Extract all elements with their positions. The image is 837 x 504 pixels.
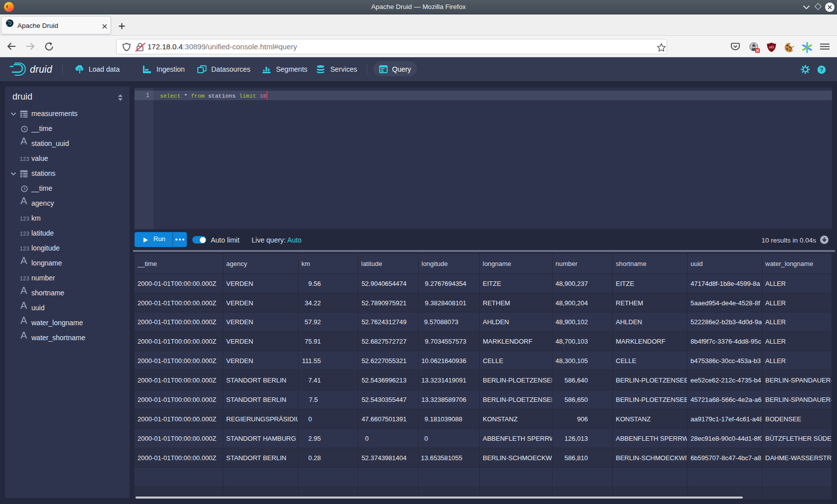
svg-text:?: ?	[820, 67, 823, 73]
svg-text:uO: uO	[769, 45, 774, 49]
